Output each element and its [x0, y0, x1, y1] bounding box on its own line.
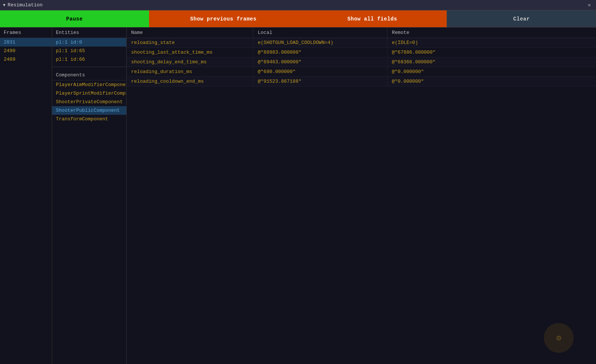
pause-button[interactable]: Pause	[0, 10, 149, 27]
entities-list: pl:1 id:0pl:1 id:65pl:1 id:66	[52, 38, 126, 64]
field-remote-cell: @"67886.000000"	[387, 48, 596, 57]
entity-item[interactable]: pl:1 id:0	[52, 38, 126, 47]
field-local-cell: @"89463.000000"	[253, 57, 387, 67]
components-header: Components	[52, 70, 126, 80]
field-name-cell: shooting_delay_end_time_ms	[127, 57, 253, 67]
components-list: PlayerAimModifierComponePlayerSprintModi…	[52, 80, 126, 123]
field-name-cell: reloading_duration_ms	[127, 67, 253, 76]
components-section: Components PlayerAimModifierComponePlaye…	[52, 70, 126, 123]
frames-panel: Frames 283124902489	[0, 28, 52, 364]
panel-divider	[52, 67, 126, 67]
clear-button[interactable]: Clear	[447, 10, 596, 27]
entity-item[interactable]: pl:1 id:65	[52, 47, 126, 55]
field-name-cell: reloading_cooldown_end_ms	[127, 77, 253, 86]
entities-top: Entities pl:1 id:0pl:1 id:65pl:1 id:66	[52, 28, 126, 64]
fields-header-row: Name Local Remote	[127, 28, 596, 38]
component-item[interactable]: PlayerAimModifierCompone	[52, 80, 126, 89]
frame-item[interactable]: 2831	[0, 38, 52, 47]
field-row: reloading_cooldown_end_ms@"91523.867188"…	[127, 77, 596, 86]
entities-panel: Entities pl:1 id:0pl:1 id:65pl:1 id:66 C…	[52, 28, 127, 364]
field-local-cell: e(SHOTGUN_LOAD_COOLDOWN=4)	[253, 38, 387, 47]
component-item[interactable]: ShooterPublicComponent	[52, 106, 126, 115]
field-local-cell: @"88983.000000"	[253, 48, 387, 57]
field-name-cell: reloading_state	[127, 38, 253, 47]
show-previous-frames-button[interactable]: Show previous frames	[149, 10, 298, 27]
component-item[interactable]: PlayerSprintModifierComp	[52, 89, 126, 98]
field-local-cell: @"680.000000"	[253, 67, 387, 76]
field-row: shooting_delay_end_time_ms@"89463.000000…	[127, 57, 596, 67]
field-row: shooting_last_attack_time_ms@"88983.0000…	[127, 48, 596, 57]
frames-list: 283124902489	[0, 38, 52, 364]
field-remote-cell: e(IDLE=0)	[387, 38, 596, 47]
fields-col-local: Local	[253, 28, 387, 38]
frame-item[interactable]: 2490	[0, 47, 52, 55]
field-remote-cell: @"0.000000"	[387, 77, 596, 86]
entity-item[interactable]: pl:1 id:66	[52, 55, 126, 64]
field-local-cell: @"91523.867188"	[253, 77, 387, 86]
field-remote-cell: @"68366.000000"	[387, 57, 596, 67]
show-all-fields-button[interactable]: Show all fields	[298, 10, 447, 27]
title-arrow-icon: ▼	[3, 3, 6, 7]
title-bar: ▼ Resimulation ✕	[0, 0, 596, 10]
component-item[interactable]: TransformComponent	[52, 115, 126, 123]
field-row: reloading_statee(SHOTGUN_LOAD_COOLDOWN=4…	[127, 38, 596, 48]
frames-header: Frames	[0, 28, 52, 38]
field-remote-cell: @"0.000000"	[387, 67, 596, 76]
frame-item[interactable]: 2489	[0, 55, 52, 64]
fields-panel: Name Local Remote reloading_statee(SHOTG…	[127, 28, 596, 364]
component-item[interactable]: ShooterPrivateComponent	[52, 98, 126, 106]
fields-col-name: Name	[127, 28, 253, 38]
fields-col-remote: Remote	[387, 28, 596, 38]
field-name-cell: shooting_last_attack_time_ms	[127, 48, 253, 57]
fields-rows: reloading_statee(SHOTGUN_LOAD_COOLDOWN=4…	[127, 38, 596, 364]
window-title: Resimulation	[8, 2, 586, 8]
entities-header: Entities	[52, 28, 126, 38]
main-content: Frames 283124902489 Entities pl:1 id:0pl…	[0, 28, 596, 364]
close-button[interactable]: ✕	[586, 1, 593, 9]
field-row: reloading_duration_ms@"680.000000"@"0.00…	[127, 67, 596, 77]
toolbar: Pause Show previous frames Show all fiel…	[0, 10, 596, 28]
